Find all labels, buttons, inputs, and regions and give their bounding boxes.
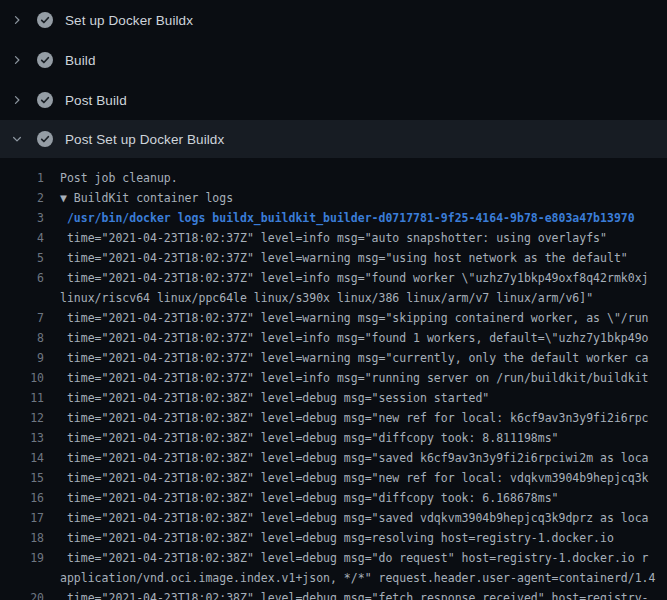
log-line: 1 Post job cleanup.: [0, 168, 667, 188]
log-line-text: time="2021-04-23T18:02:38Z" level=debug …: [44, 528, 667, 548]
log-line-number[interactable]: 13: [0, 428, 44, 448]
log-line-number[interactable]: 15: [0, 468, 44, 488]
log-line-number[interactable]: 17: [0, 508, 44, 528]
log-command-text: /usr/bin/docker logs buildx_buildkit_bui…: [44, 208, 667, 228]
log-line-number[interactable]: 12: [0, 408, 44, 428]
log-line-number[interactable]: 14: [0, 448, 44, 468]
step-label: Post Set up Docker Buildx: [65, 132, 224, 147]
log-line: 9 time="2021-04-23T18:02:37Z" level=warn…: [0, 348, 667, 368]
log-line-number[interactable]: 20: [0, 588, 44, 600]
log-line-number[interactable]: 3: [0, 208, 44, 228]
check-circle-icon: [37, 52, 53, 68]
log-line: 13 time="2021-04-23T18:02:38Z" level=deb…: [0, 428, 667, 448]
log-line-number[interactable]: 1: [0, 168, 44, 188]
log-line: 16 time="2021-04-23T18:02:38Z" level=deb…: [0, 488, 667, 508]
log-line: 12 time="2021-04-23T18:02:38Z" level=deb…: [0, 408, 667, 428]
log-line: 14 time="2021-04-23T18:02:38Z" level=deb…: [0, 448, 667, 468]
log-line-number[interactable]: 18: [0, 528, 44, 548]
log-line: 10 time="2021-04-23T18:02:37Z" level=inf…: [0, 368, 667, 388]
log-line-text: Post job cleanup.: [44, 168, 667, 188]
log-line-text: time="2021-04-23T18:02:37Z" level=warnin…: [44, 308, 667, 328]
check-circle-icon: [37, 12, 53, 28]
step-row[interactable]: Build: [0, 40, 667, 80]
log-line: 20 time="2021-04-23T18:02:38Z" level=deb…: [0, 588, 667, 600]
log-line-text: time="2021-04-23T18:02:38Z" level=debug …: [44, 548, 667, 588]
log-group-toggle[interactable]: ▼ BuildKit container logs: [44, 188, 667, 208]
chevron-right-icon[interactable]: [10, 13, 24, 27]
log-line-text: time="2021-04-23T18:02:38Z" level=debug …: [44, 408, 667, 428]
log-line-text: time="2021-04-23T18:02:38Z" level=debug …: [44, 588, 667, 600]
step-label: Set up Docker Buildx: [65, 13, 193, 28]
workflow-steps-list: Set up Docker Buildx Build P: [0, 0, 667, 158]
log-line-number[interactable]: 16: [0, 488, 44, 508]
log-line-number[interactable]: 10: [0, 368, 44, 388]
log-line: 2 ▼ BuildKit container logs: [0, 188, 667, 208]
log-line-text: time="2021-04-23T18:02:37Z" level=info m…: [44, 328, 667, 348]
check-circle-icon: [37, 92, 53, 108]
log-line-number[interactable]: 2: [0, 188, 44, 208]
log-line: 11 time="2021-04-23T18:02:38Z" level=deb…: [0, 388, 667, 408]
log-line: 18 time="2021-04-23T18:02:38Z" level=deb…: [0, 528, 667, 548]
log-line-number[interactable]: 6: [0, 268, 44, 288]
log-line-text: time="2021-04-23T18:02:37Z" level=warnin…: [44, 348, 667, 368]
log-viewer: 1 Post job cleanup. 2 ▼ BuildKit contain…: [0, 158, 667, 600]
log-line: 8 time="2021-04-23T18:02:37Z" level=info…: [0, 328, 667, 348]
log-line-number[interactable]: 19: [0, 548, 44, 568]
log-line: 19 time="2021-04-23T18:02:38Z" level=deb…: [0, 548, 667, 588]
log-line-text: time="2021-04-23T18:02:37Z" level=warnin…: [44, 248, 667, 268]
chevron-right-icon[interactable]: [10, 53, 24, 67]
log-line: 5 time="2021-04-23T18:02:37Z" level=warn…: [0, 248, 667, 268]
log-line-number[interactable]: 9: [0, 348, 44, 368]
log-line: 4 time="2021-04-23T18:02:37Z" level=info…: [0, 228, 667, 248]
log-line-number[interactable]: 7: [0, 308, 44, 328]
log-line-text: time="2021-04-23T18:02:38Z" level=debug …: [44, 448, 667, 468]
step-row[interactable]: Post Build: [0, 80, 667, 120]
step-row[interactable]: Set up Docker Buildx: [0, 0, 667, 40]
log-line: 15 time="2021-04-23T18:02:38Z" level=deb…: [0, 468, 667, 488]
log-line-number[interactable]: 8: [0, 328, 44, 348]
log-line-number[interactable]: 4: [0, 228, 44, 248]
chevron-down-icon[interactable]: [10, 132, 24, 146]
log-line-text: time="2021-04-23T18:02:37Z" level=info m…: [44, 368, 667, 388]
log-line-text: time="2021-04-23T18:02:38Z" level=debug …: [44, 508, 667, 528]
log-line-text: time="2021-04-23T18:02:37Z" level=info m…: [44, 268, 667, 308]
log-line: 17 time="2021-04-23T18:02:38Z" level=deb…: [0, 508, 667, 528]
step-label: Post Build: [65, 93, 127, 108]
step-label: Build: [65, 53, 96, 68]
log-line: 7 time="2021-04-23T18:02:37Z" level=warn…: [0, 308, 667, 328]
log-line-text: time="2021-04-23T18:02:38Z" level=debug …: [44, 388, 667, 408]
log-line-text: time="2021-04-23T18:02:38Z" level=debug …: [44, 488, 667, 508]
log-line: 6 time="2021-04-23T18:02:37Z" level=info…: [0, 268, 667, 308]
log-line-text: time="2021-04-23T18:02:37Z" level=info m…: [44, 228, 667, 248]
log-line-number[interactable]: 5: [0, 248, 44, 268]
log-line-text: time="2021-04-23T18:02:38Z" level=debug …: [44, 428, 667, 448]
chevron-right-icon[interactable]: [10, 93, 24, 107]
check-circle-icon: [37, 131, 53, 147]
log-line: 3 /usr/bin/docker logs buildx_buildkit_b…: [0, 208, 667, 228]
log-line-number[interactable]: 11: [0, 388, 44, 408]
log-line-text: time="2021-04-23T18:02:38Z" level=debug …: [44, 468, 667, 488]
step-row[interactable]: Post Set up Docker Buildx: [0, 120, 667, 158]
